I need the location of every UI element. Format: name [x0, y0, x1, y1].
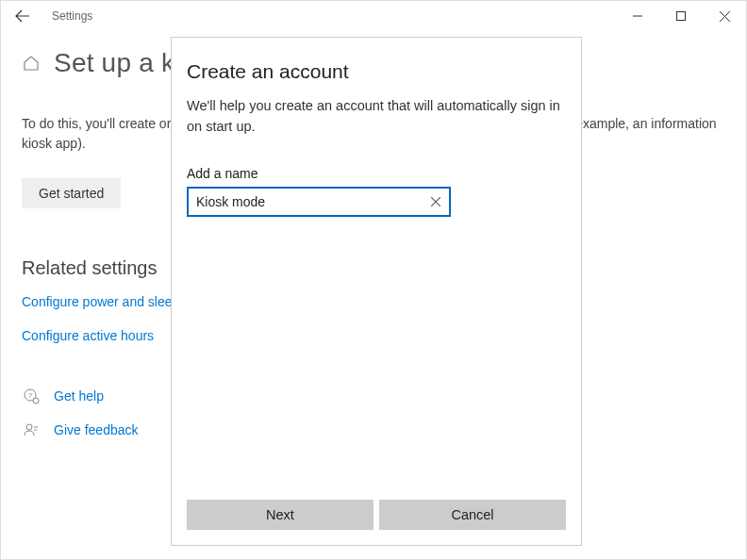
titlebar: Settings	[1, 1, 746, 31]
svg-text:?: ?	[28, 391, 33, 400]
maximize-icon	[676, 11, 686, 21]
window-controls	[616, 1, 746, 31]
close-window-button[interactable]	[703, 1, 746, 31]
next-button[interactable]: Next	[187, 500, 374, 530]
dialog-spacer	[187, 217, 566, 501]
name-input[interactable]	[189, 189, 423, 215]
svg-point-5	[26, 424, 32, 430]
titlebar-left: Settings	[14, 8, 92, 25]
window-title: Settings	[52, 9, 92, 23]
minimize-button[interactable]	[616, 1, 659, 31]
help-icon: ?	[22, 387, 41, 405]
name-input-container	[187, 187, 451, 217]
minimize-icon	[633, 11, 642, 21]
dialog-description: We'll help you create an account that wi…	[187, 96, 566, 138]
cancel-button[interactable]: Cancel	[379, 500, 566, 530]
create-account-dialog: Create an account We'll help you create …	[171, 37, 582, 546]
dialog-title: Create an account	[187, 60, 566, 83]
name-field-label: Add a name	[187, 166, 566, 181]
svg-point-4	[33, 398, 39, 404]
back-button[interactable]	[14, 8, 31, 25]
home-icon[interactable]	[22, 54, 41, 73]
back-arrow-icon	[15, 8, 30, 24]
get-help-label: Get help	[54, 388, 104, 404]
maximize-button[interactable]	[659, 1, 703, 31]
dialog-button-row: Next Cancel	[187, 500, 566, 530]
feedback-icon	[22, 420, 41, 439]
give-feedback-label: Give feedback	[54, 422, 139, 437]
clear-x-icon	[431, 197, 440, 206]
svg-rect-1	[677, 12, 686, 21]
close-icon	[720, 11, 730, 22]
get-started-button[interactable]: Get started	[22, 178, 121, 208]
clear-input-button[interactable]	[423, 189, 449, 215]
